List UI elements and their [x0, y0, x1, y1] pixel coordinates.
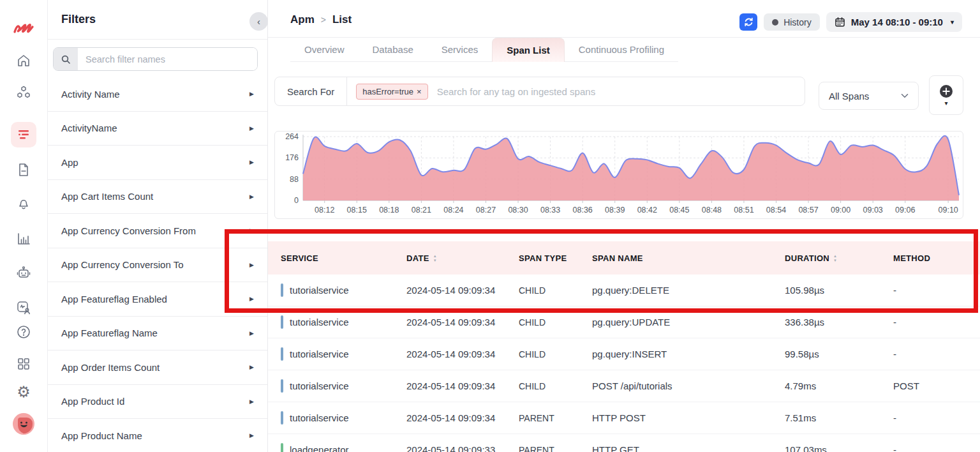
breadcrumb-section[interactable]: Apm [290, 13, 315, 26]
cell-service: loadgenerator [281, 443, 406, 452]
filter-item-label: App Featureflag Enabled [61, 294, 167, 305]
filter-item-label: App Product Name [61, 430, 142, 441]
table-row[interactable]: tutorialservice 2024-05-14 09:09:34 CHIL… [268, 275, 980, 306]
table-row[interactable]: tutorialservice 2024-05-14 09:09:34 CHIL… [268, 306, 980, 338]
svg-text:09:06: 09:06 [895, 206, 915, 215]
filter-item-label: App Currency Conversion To [61, 259, 183, 270]
column-header[interactable]: DATE ▲▼ [406, 253, 519, 263]
filter-item[interactable]: App Product Name ▶ [48, 419, 267, 452]
service-name: tutorialservice [290, 317, 349, 328]
add-filter-button[interactable]: ▾ [929, 75, 963, 115]
service-color-bar [281, 443, 283, 452]
refresh-button[interactable] [739, 13, 757, 31]
filter-list: Activity Name ▶ ActivityName ▶ App ▶ App… [48, 77, 267, 452]
tab-span-list[interactable]: Span List [492, 38, 565, 62]
tab-continuous-profiling[interactable]: Continuous Profiling [565, 38, 678, 62]
filter-search-input[interactable] [78, 48, 257, 70]
span-search-input[interactable] [437, 86, 805, 97]
dashboards-chart-icon[interactable] [16, 232, 31, 246]
filter-item[interactable]: App Currency Conversion To ▶ [48, 248, 267, 283]
chevron-right-icon: ▶ [249, 296, 254, 302]
home-icon[interactable] [16, 53, 31, 68]
main-content: Apm > List History May 14 08:10 - 09:10 … [268, 0, 980, 452]
cell-span-name: pg.query:INSERT [592, 349, 785, 359]
alerts-bell-icon[interactable] [16, 195, 31, 211]
table-row[interactable]: tutorialservice 2024-05-14 09:09:34 CHIL… [268, 338, 980, 370]
filter-item-label: Activity Name [61, 89, 120, 100]
breadcrumb-separator: > [321, 15, 326, 25]
apps-grid-icon[interactable] [17, 357, 31, 371]
cell-duration: 336.38µs [785, 317, 893, 328]
span-type-select[interactable]: All Spans [819, 82, 919, 110]
ai-assistant-robot-icon[interactable] [15, 265, 32, 282]
settings-gear-icon[interactable]: ⚙ [17, 384, 31, 400]
cell-span-type: PARENT [519, 413, 592, 423]
service-color-bar [281, 283, 283, 297]
column-label: SPAN NAME [592, 253, 643, 263]
svg-text:09:00: 09:00 [831, 206, 850, 215]
filter-item[interactable]: ActivityName ▶ [48, 112, 267, 146]
filter-item-label: App Currency Conversion From [61, 225, 196, 236]
filter-tag-haserror[interactable]: hasError=true × [356, 84, 427, 100]
filter-tag-label: hasError=true [362, 87, 413, 96]
cell-span-type: CHILD [519, 349, 592, 359]
svg-text:08:15: 08:15 [347, 206, 367, 215]
span-table: SERVICE ▲▼ DATE ▲▼ SPAN TYPE ▲▼ SPAN NAM… [268, 241, 980, 452]
filter-item-label: App Featureflag Name [61, 328, 158, 338]
svg-text:88: 88 [290, 175, 299, 184]
cell-date: 2024-05-14 09:09:34 [406, 317, 519, 328]
history-dot-icon [772, 19, 778, 26]
tab-services[interactable]: Services [427, 38, 493, 62]
chevron-right-icon: ▶ [249, 159, 254, 165]
cell-span-type: CHILD [519, 317, 592, 328]
table-row[interactable]: tutorialservice 2024-05-14 09:09:34 PARE… [268, 402, 980, 434]
remove-tag-icon[interactable]: × [417, 87, 422, 96]
cell-duration: 105.98µs [785, 285, 893, 296]
chevron-right-icon: ▶ [249, 227, 254, 234]
filter-item[interactable]: App Order Items Count ▶ [48, 350, 267, 385]
caret-down-icon: ▾ [944, 100, 947, 107]
filter-item[interactable]: App ▶ [48, 146, 267, 180]
table-row[interactable]: loadgenerator 2024-05-14 09:09:33 PARENT… [268, 434, 980, 452]
column-label: DATE [406, 253, 429, 263]
filter-item[interactable]: App Currency Conversion From ▶ [48, 214, 267, 248]
date-range-label: May 14 08:10 - 09:10 [851, 17, 943, 27]
filter-item[interactable]: Activity Name ▶ [48, 77, 267, 112]
help-icon[interactable] [16, 324, 31, 340]
tab-overview[interactable]: Overview [290, 38, 359, 62]
svg-text:08:30: 08:30 [508, 206, 528, 215]
search-icon [54, 48, 78, 70]
avatar[interactable] [11, 412, 36, 436]
service-color-bar [281, 315, 283, 329]
svg-text:08:33: 08:33 [540, 206, 560, 215]
date-range-picker[interactable]: May 14 08:10 - 09:10 ▾ [826, 12, 962, 32]
filter-item[interactable]: App Featureflag Name ▶ [48, 317, 267, 351]
collapse-panel-button[interactable]: ‹ [249, 12, 268, 31]
table-row[interactable]: tutorialservice 2024-05-14 09:09:34 CHIL… [268, 370, 980, 402]
cell-method: - [893, 317, 980, 328]
real-user-monitoring-icon[interactable] [15, 299, 32, 316]
svg-text:08:51: 08:51 [734, 206, 754, 215]
logs-icon-active[interactable] [11, 122, 36, 147]
chevron-right-icon: ▶ [249, 330, 254, 336]
filter-item[interactable]: App Cart Items Count ▶ [48, 180, 267, 215]
sort-icon[interactable]: ▲▼ [833, 254, 837, 262]
services-icon[interactable] [15, 84, 32, 101]
chevron-right-icon: ▶ [249, 91, 254, 97]
cell-method: - [893, 444, 980, 452]
svg-text:08:39: 08:39 [605, 206, 625, 215]
history-button[interactable]: History [764, 13, 820, 31]
tab-database[interactable]: Database [359, 38, 427, 62]
middleware-logo-icon[interactable] [13, 22, 34, 36]
cell-span-type: CHILD [519, 285, 592, 296]
span-type-selected: All Spans [829, 91, 869, 102]
filter-item[interactable]: App Featureflag Enabled ▶ [48, 282, 267, 317]
spans-timeseries-chart: 08:1208:1508:1808:2108:2408:2708:3008:33… [274, 131, 963, 219]
document-icon[interactable] [17, 162, 31, 177]
service-name: tutorialservice [290, 380, 349, 391]
sort-icon[interactable]: ▲▼ [433, 254, 437, 262]
column-header: SPAN NAME ▲▼ [592, 253, 785, 263]
column-header[interactable]: DURATION ▲▼ [785, 253, 893, 263]
cell-span-name: HTTP GET [592, 444, 785, 452]
filter-item[interactable]: App Product Id ▶ [48, 385, 267, 419]
